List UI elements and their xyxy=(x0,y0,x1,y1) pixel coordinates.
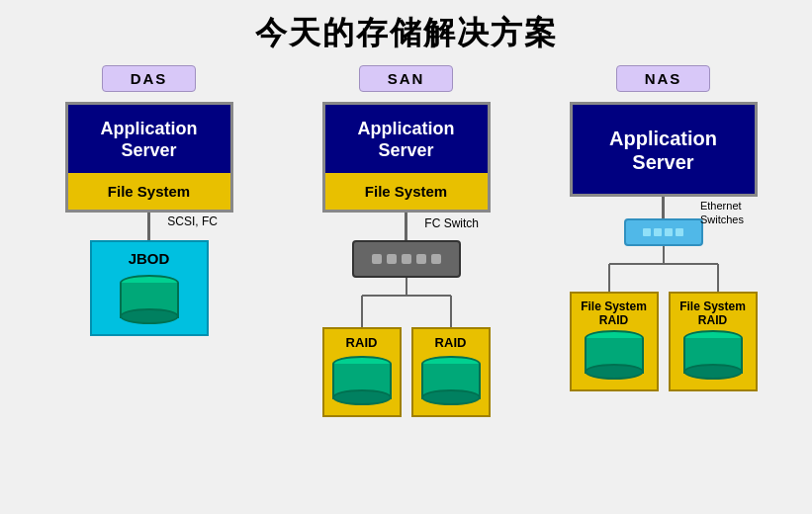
san-cylinder-1 xyxy=(332,356,392,405)
column-san: SAN Application Server File System FC Sw… xyxy=(278,65,535,417)
nas-branch-svg xyxy=(575,246,753,292)
nas-cyl-body-2 xyxy=(683,338,743,374)
nas-cyl-bottom-2 xyxy=(683,364,743,380)
column-nas: NAS Application Server EthernetSwitches xyxy=(535,65,792,391)
san-file-system: File System xyxy=(325,173,488,210)
san-connector-label: FC Switch xyxy=(424,216,479,230)
switch-port-1 xyxy=(372,254,382,264)
nas-cylinder-1 xyxy=(585,330,644,380)
das-jbod-label: JBOD xyxy=(129,250,170,267)
das-cyl-bottom xyxy=(120,308,179,324)
nas-cylinder-2 xyxy=(683,330,743,380)
nas-connector-area: EthernetSwitches xyxy=(662,197,665,218)
page: 今天的存储解决方案 DAS Application Server File Sy… xyxy=(0,0,812,514)
san-cylinder-2 xyxy=(421,356,481,405)
san-cyl-body-1 xyxy=(332,364,392,399)
das-connector-line xyxy=(147,213,150,240)
nas-cyl-body-1 xyxy=(585,338,644,374)
san-raid-row: RAID RAID xyxy=(322,327,491,417)
nas-fs-label-1: File System RAID xyxy=(581,300,647,328)
san-raid-label-2: RAID xyxy=(435,335,467,350)
nas-connector-line xyxy=(662,197,665,218)
nas-fs-block-1: File System RAID xyxy=(570,292,659,391)
san-raid-block-2: RAID xyxy=(411,327,491,417)
switch-port-4 xyxy=(416,254,426,264)
eth-port-2 xyxy=(654,228,662,236)
column-das: DAS Application Server File System SCSI,… xyxy=(21,65,278,336)
nas-fs-label-2: File System RAID xyxy=(679,300,746,328)
san-cyl-bottom-2 xyxy=(421,389,481,405)
nas-fs-row: File System RAID File System RAID xyxy=(570,292,758,391)
das-app-server-block: Application Server File System xyxy=(65,102,233,213)
san-switch-ports xyxy=(372,254,441,264)
das-connector-label: SCSI, FC xyxy=(167,214,218,228)
das-file-system: File System xyxy=(68,173,230,210)
san-cyl-bottom-1 xyxy=(332,389,392,405)
nas-eth-ports xyxy=(643,228,683,236)
nas-ethernet-switch xyxy=(624,218,703,246)
san-branch-svg xyxy=(327,278,486,327)
san-fc-switch xyxy=(352,240,461,278)
das-cylinder xyxy=(120,275,179,324)
eth-port-4 xyxy=(676,228,683,236)
nas-app-server-block: Application Server xyxy=(570,102,758,197)
san-cyl-body-2 xyxy=(421,364,481,399)
das-jbod-block: JBOD xyxy=(90,240,209,336)
san-raid-block-1: RAID xyxy=(322,327,402,417)
das-cyl-body xyxy=(120,283,179,318)
san-app-server-block: Application Server File System xyxy=(322,102,491,213)
san-label: SAN xyxy=(359,65,454,92)
san-raid-label-1: RAID xyxy=(346,335,378,350)
switch-port-3 xyxy=(402,254,411,264)
nas-fs-block-2: File System RAID xyxy=(669,292,758,391)
switch-port-5 xyxy=(431,254,441,264)
san-app-server-top: Application Server xyxy=(325,105,488,173)
nas-connector-label: EthernetSwitches xyxy=(700,199,744,227)
eth-port-3 xyxy=(665,228,673,236)
san-connector-area: FC Switch xyxy=(405,213,407,240)
das-label: DAS xyxy=(102,65,197,92)
nas-app-server-top: Application Server xyxy=(573,105,755,194)
columns-area: DAS Application Server File System SCSI,… xyxy=(0,65,812,417)
eth-port-1 xyxy=(643,228,651,236)
das-connector-wrap: SCSI, FC xyxy=(147,213,150,240)
main-title: 今天的存储解决方案 xyxy=(255,12,558,55)
das-app-server-top: Application Server xyxy=(68,105,230,173)
san-connector-line xyxy=(405,213,407,240)
nas-cyl-bottom-1 xyxy=(585,364,644,380)
nas-label: NAS xyxy=(616,65,711,92)
switch-port-2 xyxy=(387,254,397,264)
